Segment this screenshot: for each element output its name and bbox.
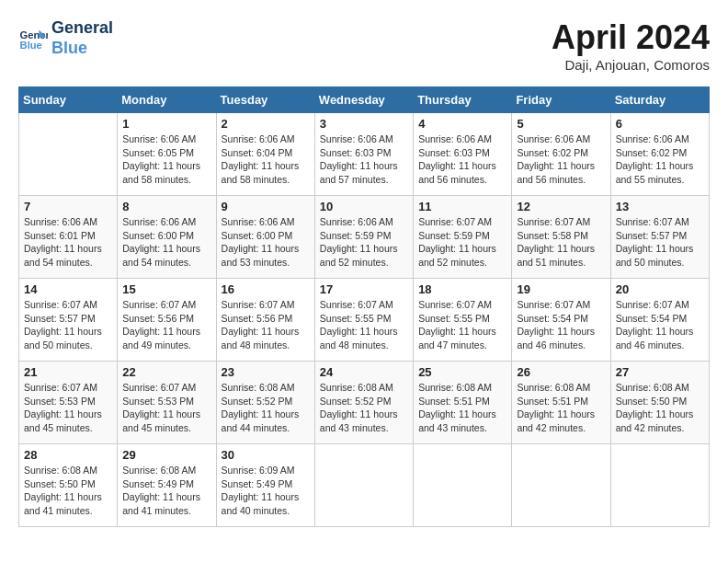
table-row: 16Sunrise: 6:07 AMSunset: 5:56 PMDayligh… [216,279,314,362]
day-number: 28 [24,448,112,462]
header-tuesday: Tuesday [216,87,314,113]
table-row: 11Sunrise: 6:07 AMSunset: 5:59 PMDayligh… [414,196,512,279]
day-number: 6 [616,117,704,131]
table-row: 7Sunrise: 6:06 AMSunset: 6:01 PMDaylight… [19,196,118,279]
day-info: Sunrise: 6:07 AMSunset: 5:59 PMDaylight:… [418,215,506,270]
day-number: 19 [517,282,605,296]
day-number: 24 [320,365,408,379]
table-row: 15Sunrise: 6:07 AMSunset: 5:56 PMDayligh… [118,279,216,362]
day-info: Sunrise: 6:08 AMSunset: 5:52 PMDaylight:… [320,381,408,435]
table-row: 1Sunrise: 6:06 AMSunset: 6:05 PMDaylight… [118,113,216,196]
logo-icon: General Blue [18,24,48,53]
day-info: Sunrise: 6:06 AMSunset: 6:04 PMDaylight:… [222,132,310,187]
table-row: 6Sunrise: 6:06 AMSunset: 6:02 PMDaylight… [610,113,709,196]
day-info: Sunrise: 6:07 AMSunset: 5:56 PMDaylight:… [122,298,210,352]
table-row: 14Sunrise: 6:07 AMSunset: 5:57 PMDayligh… [19,279,118,362]
day-number: 16 [222,282,310,296]
day-info: Sunrise: 6:07 AMSunset: 5:55 PMDaylight:… [320,298,408,352]
header-thursday: Thursday [414,87,512,113]
header-friday: Friday [512,87,610,113]
calendar-table: Sunday Monday Tuesday Wednesday Thursday… [18,86,710,527]
calendar-week-row: 7Sunrise: 6:06 AMSunset: 6:01 PMDaylight… [19,196,710,279]
day-number: 22 [122,365,210,379]
header-sunday: Sunday [19,87,118,113]
header-wednesday: Wednesday [314,87,413,113]
day-info: Sunrise: 6:08 AMSunset: 5:52 PMDaylight:… [222,381,310,435]
day-number: 8 [122,200,210,213]
calendar-week-row: 21Sunrise: 6:07 AMSunset: 5:53 PMDayligh… [19,362,710,444]
table-row: 22Sunrise: 6:07 AMSunset: 5:53 PMDayligh… [118,362,216,444]
location-subtitle: Daji, Anjouan, Comoros [552,57,710,73]
day-number: 23 [222,365,310,379]
day-info: Sunrise: 6:08 AMSunset: 5:49 PMDaylight:… [122,464,210,518]
logo: General Blue General Blue [18,18,113,58]
day-number: 7 [24,200,112,213]
day-info: Sunrise: 6:07 AMSunset: 5:53 PMDaylight:… [122,381,210,435]
page-header: General Blue General Blue April 2024 Daj… [18,18,710,73]
table-row [610,444,709,527]
day-number: 21 [24,365,112,379]
month-title: April 2024 [552,18,710,57]
calendar-week-row: 14Sunrise: 6:07 AMSunset: 5:57 PMDayligh… [19,279,710,362]
table-row: 26Sunrise: 6:08 AMSunset: 5:51 PMDayligh… [512,362,610,444]
title-block: April 2024 Daji, Anjouan, Comoros [552,18,710,73]
day-info: Sunrise: 6:06 AMSunset: 5:59 PMDaylight:… [320,215,408,270]
day-number: 3 [320,117,408,131]
day-info: Sunrise: 6:08 AMSunset: 5:50 PMDaylight:… [24,464,112,518]
day-info: Sunrise: 6:06 AMSunset: 6:03 PMDaylight:… [418,132,506,187]
day-info: Sunrise: 6:07 AMSunset: 5:57 PMDaylight:… [616,215,704,270]
day-number: 9 [222,200,310,213]
table-row [19,113,118,196]
table-row: 24Sunrise: 6:08 AMSunset: 5:52 PMDayligh… [314,362,413,444]
day-info: Sunrise: 6:08 AMSunset: 5:50 PMDaylight:… [616,381,704,435]
day-info: Sunrise: 6:06 AMSunset: 6:03 PMDaylight:… [320,132,408,187]
calendar-week-row: 1Sunrise: 6:06 AMSunset: 6:05 PMDaylight… [19,113,710,196]
day-number: 13 [616,200,704,213]
table-row: 29Sunrise: 6:08 AMSunset: 5:49 PMDayligh… [118,444,216,527]
day-info: Sunrise: 6:07 AMSunset: 5:55 PMDaylight:… [418,298,506,352]
day-number: 11 [418,200,506,213]
day-number: 15 [122,282,210,296]
day-number: 14 [24,282,112,296]
table-row: 13Sunrise: 6:07 AMSunset: 5:57 PMDayligh… [610,196,709,279]
table-row: 18Sunrise: 6:07 AMSunset: 5:55 PMDayligh… [414,279,512,362]
table-row: 5Sunrise: 6:06 AMSunset: 6:02 PMDaylight… [512,113,610,196]
table-row: 28Sunrise: 6:08 AMSunset: 5:50 PMDayligh… [19,444,118,527]
day-info: Sunrise: 6:06 AMSunset: 6:05 PMDaylight:… [122,132,210,187]
table-row: 4Sunrise: 6:06 AMSunset: 6:03 PMDaylight… [414,113,512,196]
day-info: Sunrise: 6:07 AMSunset: 5:54 PMDaylight:… [616,298,704,352]
day-number: 2 [222,117,310,131]
day-info: Sunrise: 6:08 AMSunset: 5:51 PMDaylight:… [418,381,506,435]
day-info: Sunrise: 6:06 AMSunset: 6:00 PMDaylight:… [122,215,210,270]
day-number: 18 [418,282,506,296]
table-row: 23Sunrise: 6:08 AMSunset: 5:52 PMDayligh… [216,362,314,444]
table-row: 3Sunrise: 6:06 AMSunset: 6:03 PMDaylight… [314,113,413,196]
day-info: Sunrise: 6:06 AMSunset: 6:02 PMDaylight:… [517,132,605,187]
day-info: Sunrise: 6:06 AMSunset: 6:00 PMDaylight:… [222,215,310,270]
day-number: 4 [418,117,506,131]
day-number: 12 [517,200,605,213]
table-row: 2Sunrise: 6:06 AMSunset: 6:04 PMDaylight… [216,113,314,196]
day-info: Sunrise: 6:08 AMSunset: 5:51 PMDaylight:… [517,381,605,435]
day-number: 26 [517,365,605,379]
table-row: 21Sunrise: 6:07 AMSunset: 5:53 PMDayligh… [19,362,118,444]
calendar-header-row: Sunday Monday Tuesday Wednesday Thursday… [19,87,710,113]
table-row [414,444,512,527]
table-row [314,444,413,527]
calendar-week-row: 28Sunrise: 6:08 AMSunset: 5:50 PMDayligh… [19,444,710,527]
day-info: Sunrise: 6:07 AMSunset: 5:54 PMDaylight:… [517,298,605,352]
logo-line2: Blue [51,39,113,59]
day-number: 1 [122,117,210,131]
header-saturday: Saturday [610,87,709,113]
table-row: 27Sunrise: 6:08 AMSunset: 5:50 PMDayligh… [610,362,709,444]
day-number: 17 [320,282,408,296]
table-row: 25Sunrise: 6:08 AMSunset: 5:51 PMDayligh… [414,362,512,444]
day-number: 30 [222,448,310,462]
day-number: 20 [616,282,704,296]
day-number: 10 [320,200,408,213]
logo-line1: General [51,18,113,39]
table-row: 20Sunrise: 6:07 AMSunset: 5:54 PMDayligh… [610,279,709,362]
day-number: 5 [517,117,605,131]
svg-text:Blue: Blue [20,40,42,51]
table-row: 19Sunrise: 6:07 AMSunset: 5:54 PMDayligh… [512,279,610,362]
